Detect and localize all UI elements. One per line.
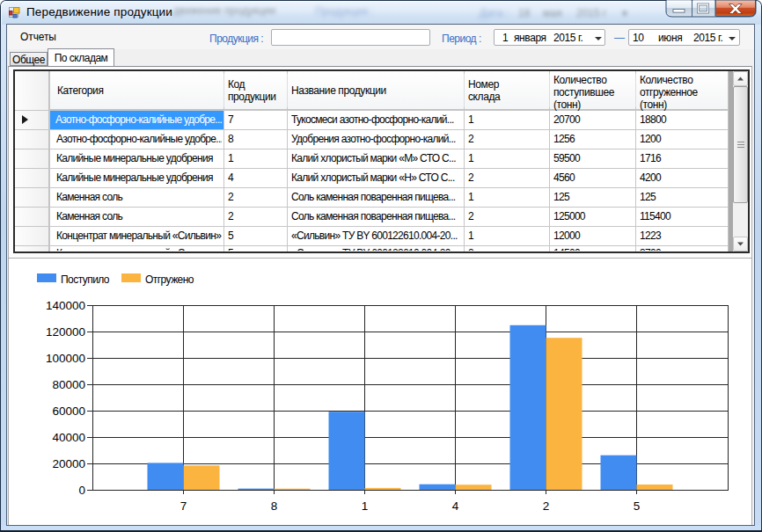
svg-text:40000: 40000	[52, 431, 85, 444]
svg-text:4: 4	[452, 499, 459, 513]
svg-text:140000: 140000	[46, 299, 85, 312]
svg-text:8: 8	[271, 499, 278, 513]
svg-text:2: 2	[543, 499, 550, 513]
svg-text:20000: 20000	[52, 457, 85, 470]
svg-text:7: 7	[180, 499, 187, 513]
svg-text:120000: 120000	[46, 325, 85, 339]
svg-text:5: 5	[634, 499, 641, 513]
svg-text:80000: 80000	[52, 378, 85, 391]
svg-text:0: 0	[78, 484, 85, 497]
svg-text:100000: 100000	[46, 352, 85, 365]
svg-text:1: 1	[362, 499, 369, 513]
svg-text:60000: 60000	[52, 404, 85, 418]
